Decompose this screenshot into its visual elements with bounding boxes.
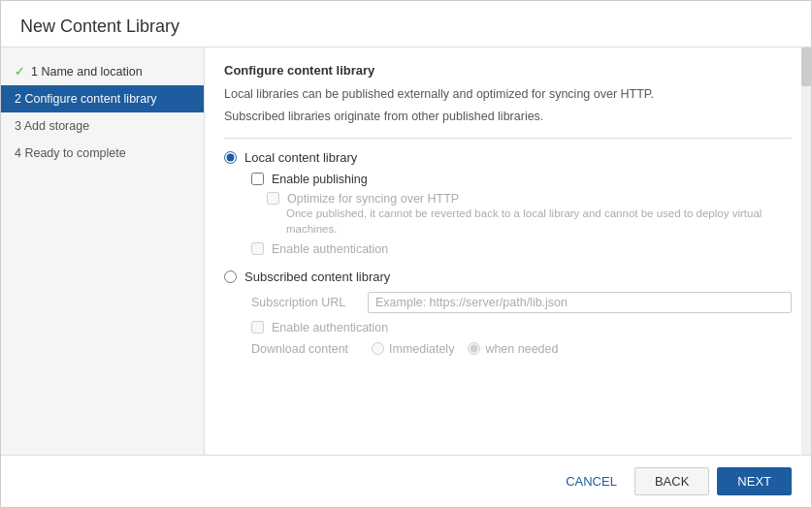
optimize-syncing-checkbox — [267, 192, 279, 205]
local-library-group: Local content library Enable publishing … — [224, 150, 792, 256]
subscribed-library-radio-label[interactable]: Subscribed content library — [224, 270, 792, 284]
enable-auth-sub-label: Enable authentication — [251, 321, 792, 334]
sidebar-item-label-4: 4 Ready to complete — [15, 146, 126, 160]
when-needed-radio — [468, 342, 480, 355]
sidebar-item-name-location[interactable]: ✓ 1 Name and location — [1, 57, 204, 85]
sidebar: ✓ 1 Name and location 2 Configure conten… — [1, 48, 205, 455]
back-button[interactable]: BACK — [634, 467, 709, 495]
optimize-syncing-text: Optimize for syncing over HTTP — [287, 192, 459, 206]
content-area: Configure content library Local librarie… — [205, 48, 811, 455]
sidebar-item-label-1: 1 Name and location — [31, 65, 143, 79]
immediately-label: Immediately — [389, 342, 454, 356]
enable-publishing-checkbox[interactable] — [251, 173, 264, 185]
enable-auth-local-label: Enable authentication — [251, 242, 792, 256]
next-button[interactable]: NEXT — [717, 467, 792, 495]
new-content-library-dialog: New Content Library ✓ 1 Name and locatio… — [0, 0, 812, 508]
local-library-radio[interactable] — [224, 151, 237, 164]
scrollbar-track — [801, 48, 811, 455]
enable-publishing-label[interactable]: Enable publishing — [251, 173, 792, 186]
optimize-row: Optimize for syncing over HTTP Once publ… — [267, 192, 792, 237]
section-title: Configure content library — [224, 63, 792, 78]
sidebar-item-configure-library[interactable]: 2 Configure content library — [1, 85, 204, 112]
sidebar-item-label-3: 3 Add storage — [15, 119, 89, 133]
subscribed-library-radio[interactable] — [224, 270, 237, 283]
enable-publishing-text: Enable publishing — [272, 173, 368, 186]
description-2: Subscribed libraries originate from othe… — [224, 108, 792, 126]
enable-publishing-row: Enable publishing — [251, 173, 792, 186]
download-content-row: Download content Immediately when needed — [251, 342, 792, 356]
optimize-note: Once published, it cannot be reverted ba… — [286, 206, 792, 237]
enable-auth-local-checkbox — [251, 242, 264, 255]
subscribed-library-label: Subscribed content library — [244, 270, 390, 284]
sidebar-item-ready[interactable]: 4 Ready to complete — [1, 140, 204, 167]
dialog-title: New Content Library — [1, 1, 811, 48]
sidebar-item-add-storage[interactable]: 3 Add storage — [1, 112, 204, 140]
dialog-body: ✓ 1 Name and location 2 Configure conten… — [1, 48, 811, 455]
sidebar-item-label-2: 2 Configure content library — [15, 92, 157, 106]
description-1: Local libraries can be published externa… — [224, 85, 792, 104]
subscription-url-input[interactable] — [368, 292, 792, 313]
divider — [224, 138, 792, 139]
when-needed-radio-label: when needed — [468, 342, 558, 356]
immediately-radio — [372, 342, 384, 355]
enable-auth-local-row: Enable authentication — [251, 242, 792, 256]
immediately-radio-label: Immediately — [372, 342, 454, 356]
local-library-label: Local content library — [244, 150, 357, 165]
cancel-button[interactable]: CANCEL — [556, 468, 627, 494]
subscription-url-label: Subscription URL — [251, 296, 358, 309]
checkmark-icon: ✓ — [15, 64, 25, 79]
download-content-label: Download content — [251, 342, 358, 356]
scrollbar-thumb[interactable] — [801, 48, 811, 86]
subscribed-library-group: Subscribed content library Subscription … — [224, 270, 792, 356]
when-needed-label: when needed — [485, 342, 558, 356]
local-library-radio-label[interactable]: Local content library — [224, 150, 792, 165]
subscription-url-row: Subscription URL — [251, 292, 792, 313]
enable-auth-local-text: Enable authentication — [272, 242, 388, 256]
enable-auth-sub-checkbox — [251, 321, 264, 333]
enable-auth-sub-row: Enable authentication — [251, 321, 792, 334]
optimize-syncing-label: Optimize for syncing over HTTP — [267, 192, 792, 206]
dialog-footer: CANCEL BACK NEXT — [1, 455, 811, 507]
enable-auth-sub-text: Enable authentication — [272, 321, 388, 334]
